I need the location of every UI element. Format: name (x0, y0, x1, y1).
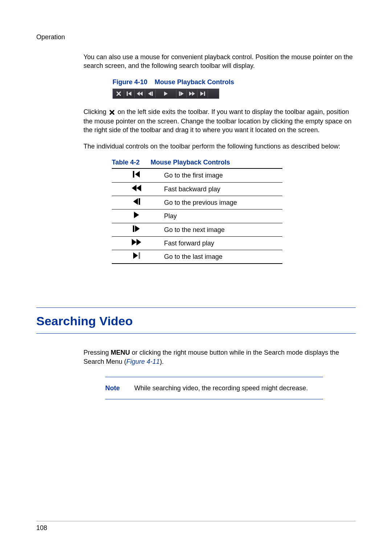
page-number: 108 (36, 524, 47, 532)
section-rule-top (36, 307, 356, 308)
note-text: While searching video, the recording spe… (134, 384, 308, 392)
next-image-icon (112, 223, 161, 236)
search-para-text-1: Pressing (83, 349, 111, 356)
table-desc: Go to the previous image (161, 196, 282, 209)
figure-number: Figure 4-10 (113, 78, 147, 86)
table-row: Go to the last image (112, 250, 282, 264)
table-desc: Play (161, 209, 282, 223)
svg-marker-8 (180, 91, 184, 96)
svg-marker-2 (137, 91, 140, 96)
fast-backward-icon[interactable] (135, 90, 145, 98)
play-icon (112, 209, 161, 223)
svg-marker-22 (132, 239, 136, 245)
svg-marker-15 (132, 185, 136, 191)
svg-rect-18 (139, 198, 140, 205)
svg-rect-7 (179, 91, 180, 96)
section-rule-bottom (36, 333, 356, 334)
table-desc: Go to the first image (161, 168, 282, 182)
svg-marker-19 (134, 212, 139, 218)
last-image-icon[interactable] (197, 90, 208, 98)
svg-marker-21 (135, 225, 140, 232)
search-para-text-3: ). (160, 358, 164, 365)
table-caption: Table 4-2Mouse Playback Controls (112, 158, 356, 167)
table-row: Go to the next image (112, 223, 282, 236)
figure-caption: Figure 4-10Mouse Playback Controls (113, 78, 356, 86)
click-para-text-before: Clicking (83, 108, 106, 115)
svg-marker-17 (133, 198, 138, 205)
svg-marker-6 (164, 91, 168, 96)
controls-intro-paragraph: The individual controls on the toolbar p… (83, 142, 356, 151)
svg-marker-24 (133, 252, 138, 259)
table-desc: Go to the last image (161, 250, 282, 264)
menu-bold: MENU (111, 349, 130, 356)
svg-marker-1 (128, 91, 131, 96)
table-desc: Go to the next image (161, 223, 282, 236)
note-label: Note (105, 384, 134, 392)
svg-marker-11 (200, 91, 204, 96)
svg-marker-16 (136, 185, 141, 191)
controls-table: Go to the first image Fast backward play… (112, 168, 282, 264)
note-block: Note While searching video, the recordin… (105, 377, 323, 399)
section-content: Pressing MENU or clicking the right mous… (83, 348, 356, 399)
table-desc: Fast forward play (161, 236, 282, 250)
table-title: Mouse Playback Controls (151, 159, 230, 166)
svg-marker-23 (136, 239, 141, 245)
table-row: Play (112, 209, 282, 223)
table-row: Fast backward play (112, 182, 282, 196)
fast-backward-icon (112, 182, 161, 196)
first-image-icon[interactable] (124, 90, 135, 98)
fast-forward-icon[interactable] (187, 90, 197, 98)
svg-marker-10 (192, 91, 195, 96)
fast-forward-icon (112, 236, 161, 250)
figure-reference: Figure 4-11 (126, 358, 160, 365)
click-para-text-after: on the left side exits the toolbar. If y… (83, 108, 351, 134)
drag-handle[interactable] (208, 90, 218, 98)
play-icon[interactable] (156, 90, 176, 98)
footer-rule (36, 521, 356, 521)
svg-rect-20 (133, 225, 134, 232)
figure-title: Mouse Playback Controls (155, 78, 234, 86)
table-desc: Fast backward play (161, 182, 282, 196)
svg-marker-3 (140, 91, 143, 96)
search-paragraph: Pressing MENU or clicking the right mous… (83, 348, 356, 366)
last-image-icon (112, 250, 161, 264)
intro-paragraph: You can also use a mouse for convenient … (83, 53, 356, 70)
svg-rect-0 (127, 91, 128, 96)
svg-marker-9 (189, 91, 192, 96)
svg-rect-5 (152, 91, 153, 96)
previous-image-icon[interactable] (145, 90, 156, 98)
next-image-icon[interactable] (176, 90, 187, 98)
svg-marker-4 (148, 91, 151, 96)
svg-rect-13 (133, 171, 134, 178)
running-head: Operation (36, 33, 65, 41)
close-icon (110, 108, 114, 117)
section-heading: Searching Video (36, 313, 356, 330)
close-icon[interactable] (114, 90, 124, 98)
svg-rect-12 (204, 91, 205, 96)
click-paragraph: Clicking on the left side exits the tool… (83, 107, 356, 135)
main-content: You can also use a mouse for convenient … (83, 53, 356, 264)
table-row: Fast forward play (112, 236, 282, 250)
svg-rect-25 (139, 252, 140, 259)
table-row: Go to the previous image (112, 196, 282, 209)
note-rule-bottom (105, 399, 323, 399)
previous-image-icon (112, 196, 161, 209)
first-image-icon (112, 168, 161, 182)
playback-toolbar (113, 89, 219, 99)
table-row: Go to the first image (112, 168, 282, 182)
page: Operation You can also use a mouse for c… (0, 0, 392, 554)
svg-marker-14 (135, 171, 140, 178)
table-number: Table 4-2 (112, 159, 140, 166)
